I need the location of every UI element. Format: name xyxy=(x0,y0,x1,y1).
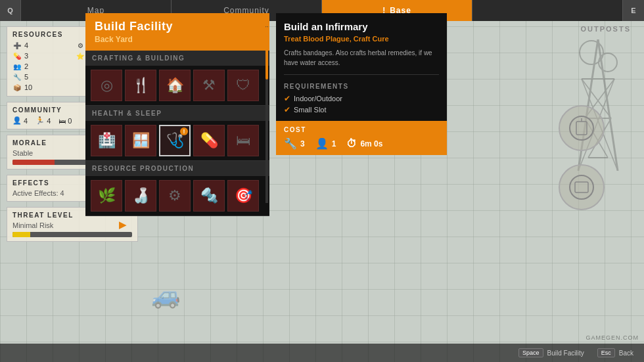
list-item: 🔧 5 xyxy=(12,72,69,81)
resource-items: 🌿 🍶 ⚙ 🔩 🎯 xyxy=(85,176,269,215)
cost-section: COST 🔧 3 👤 1 ⏱ 6m 0s xyxy=(276,121,447,155)
build-panel-header: Build Facility Back Yard xyxy=(85,13,269,51)
stethoscope-icon: 🩺 xyxy=(166,132,184,149)
plant-icon: 🌿 xyxy=(98,187,116,204)
people-icon: 👥 xyxy=(12,62,22,71)
labor-icon: 👤 xyxy=(315,137,329,150)
cost-label: COST xyxy=(284,126,439,133)
survivor-icon: 👤 xyxy=(12,116,22,125)
morale-title: MORALE xyxy=(12,139,47,147)
bolt-icon: 🔩 xyxy=(200,187,218,204)
check-icon-2: ✔ xyxy=(284,105,290,114)
requirements-label: REQUIREMENTS xyxy=(284,83,439,90)
nav-key-q: Q xyxy=(0,0,21,21)
health-title: HEALTH & SLEEP xyxy=(85,106,269,121)
req-text-2: Small Slot xyxy=(294,106,327,114)
crafting-items: ◎ 🍴 🏠 ⚒ 🛡 xyxy=(85,66,269,105)
req-text-1: Indoor/Outdoor xyxy=(294,95,342,102)
facility-item-selected[interactable]: 🩺 ! xyxy=(159,125,191,156)
tab-extra[interactable] xyxy=(472,0,623,21)
window-icon: 🪟 xyxy=(132,132,150,149)
bottle-icon: 🍶 xyxy=(132,187,150,204)
car-graphic: 🚙 xyxy=(151,282,181,309)
gear-icon: ⚙ xyxy=(76,41,85,50)
facility-item[interactable]: ⚙ xyxy=(159,180,191,212)
facility-item[interactable]: 🏠 xyxy=(159,70,191,101)
facility-item[interactable]: 🍶 xyxy=(125,180,156,212)
build-facility-label: Build Facility xyxy=(547,350,584,357)
effects-title: EFFECTS xyxy=(12,179,49,187)
resource-title: RESOURCE PRODUCTION xyxy=(85,161,269,176)
facility-item[interactable]: 🏥 xyxy=(91,125,122,156)
resources-title: RESOURCES xyxy=(12,31,63,38)
community-title: COMMUNITY xyxy=(12,106,62,114)
list-item: 👤 4 xyxy=(12,116,28,125)
crafting-title: CRAFTING & BUILDING xyxy=(85,51,269,66)
time-icon: ⏱ xyxy=(346,138,357,150)
threat-text: Minimal Risk xyxy=(12,221,132,229)
facility-item[interactable]: 💊 xyxy=(193,125,225,156)
cost-items: 🔧 3 👤 1 ⏱ 6m 0s xyxy=(284,137,439,150)
facility-item[interactable]: 🪟 xyxy=(125,125,156,156)
morale-bar-fill xyxy=(12,160,55,165)
scrollbar[interactable] xyxy=(265,26,268,203)
build-panel-title: Build Facility xyxy=(95,20,260,34)
building-icon: 🏠 xyxy=(166,77,184,94)
facility-item[interactable]: ◎ xyxy=(91,70,122,101)
check-icon-1: ✔ xyxy=(284,94,290,103)
crafting-section: CRAFTING & BUILDING ◎ 🍴 🏠 ⚒ 🛡 xyxy=(85,51,269,106)
facility-item[interactable]: 🛏 xyxy=(227,125,259,156)
facility-item[interactable]: 🍴 xyxy=(125,70,156,101)
back-btn[interactable]: Esc Back xyxy=(597,348,633,357)
anvil-icon: ⚒ xyxy=(202,77,216,94)
facility-alert-badge: ! xyxy=(180,127,188,135)
threat-title: THREAT LEVEL xyxy=(12,212,74,219)
facility-item[interactable]: 🛡 xyxy=(227,70,259,101)
list-item: 👥 2 xyxy=(12,62,69,71)
build-facility-btn[interactable]: Space Build Facility xyxy=(518,348,584,357)
cost-item-labor: 👤 1 xyxy=(315,137,336,150)
health-items: 🏥 🪟 🩺 ! 💊 🛏 xyxy=(85,121,269,160)
labor-value: 1 xyxy=(332,139,336,148)
back-label: Back xyxy=(619,350,633,357)
facility-item[interactable]: 🔩 xyxy=(193,180,225,212)
tire-icon: 🎯 xyxy=(235,187,252,204)
info-panel: Build an Infirmary Treat Blood Plague, C… xyxy=(276,13,447,155)
bed-icon2: 🛏 xyxy=(236,132,250,149)
build-panel-subtitle: Back Yard xyxy=(95,35,260,44)
health-section: HEALTH & SLEEP 🏥 🪟 🩺 ! 💊 🛏 xyxy=(85,106,269,161)
cost-item-time: ⏱ 6m 0s xyxy=(346,138,382,150)
list-item: 🛏 0 xyxy=(58,116,72,125)
facility-item[interactable]: 🎯 xyxy=(227,180,259,212)
materials-value: 3 xyxy=(300,139,305,148)
medicine-icon: 💊 xyxy=(12,51,22,60)
bed-icon: 🛏 xyxy=(58,117,66,125)
runner-icon: 🏃 xyxy=(35,116,45,125)
list-item: 💊 3 xyxy=(12,51,69,60)
scroll-thumb xyxy=(265,26,268,79)
space-key: Space xyxy=(518,348,543,357)
facility-item[interactable]: ⚒ xyxy=(193,70,225,101)
star-icon: ⭐ xyxy=(76,51,85,60)
list-item: 📦 10 xyxy=(12,83,69,92)
resource-section: RESOURCE PRODUCTION 🌿 🍶 ⚙ 🔩 🎯 xyxy=(85,161,269,216)
threat-bar xyxy=(12,232,132,237)
shield-icon: 🛡 xyxy=(236,77,250,94)
outpost-circle-1 xyxy=(559,105,605,151)
requirement-2: ✔ Small Slot xyxy=(284,105,439,114)
wrench-icon: 🔧 xyxy=(12,72,22,81)
esc-key: Esc xyxy=(597,348,615,357)
facility-item[interactable]: 🌿 xyxy=(91,180,122,212)
cost-item-materials: 🔧 3 xyxy=(284,137,305,150)
threat-arrow[interactable]: ▶ xyxy=(119,219,127,230)
infirmary-subtitle: Treat Blood Plague, Craft Cure xyxy=(284,35,439,43)
list-item: ➕ 4 xyxy=(12,41,69,50)
svg-point-16 xyxy=(570,175,593,199)
time-value: 6m 0s xyxy=(360,139,382,148)
utensils-icon: 🍴 xyxy=(132,77,150,94)
list-item: 🏃 4 xyxy=(35,116,51,125)
cog-icon: ⚙ xyxy=(168,187,181,204)
build-facility-panel: Build Facility Back Yard CRAFTING & BUIL… xyxy=(85,13,269,216)
materials-icon: 🔧 xyxy=(284,137,297,150)
infirmary-description: Crafts bandages. Also crafts herbal reme… xyxy=(284,48,439,75)
